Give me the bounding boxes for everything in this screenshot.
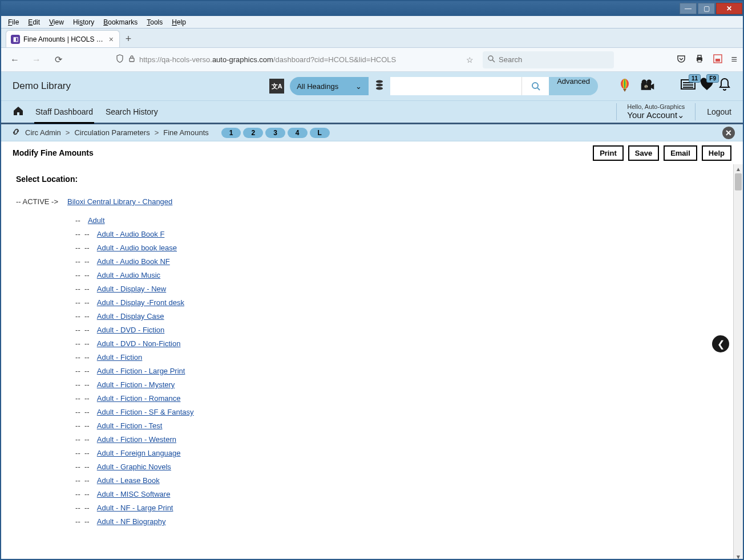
location-item-link[interactable]: Adult - Display - New <box>97 285 166 293</box>
tree-dashes: -- -- <box>75 380 94 389</box>
menu-file[interactable]: File <box>3 17 23 27</box>
security-ext-icon[interactable] <box>713 54 723 66</box>
balloon-icon[interactable] <box>617 78 632 95</box>
location-item-link[interactable]: Adult - DVD - Non-Fiction <box>97 339 181 348</box>
pager-4[interactable]: 4 <box>288 128 308 138</box>
location-item-link[interactable]: Adult - MISC Software <box>97 490 171 498</box>
print-icon[interactable] <box>694 54 705 66</box>
tab-search-history[interactable]: Search History <box>104 102 159 122</box>
svg-point-8 <box>376 80 383 83</box>
tab-staff-dashboard[interactable]: Staff Dashboard <box>34 102 94 122</box>
menu-history[interactable]: History <box>68 17 99 27</box>
location-item-row: -- -- Adult - Graphic Novels <box>75 462 194 471</box>
camera-reel-icon[interactable]: $ <box>640 78 655 95</box>
svg-point-17 <box>642 79 647 84</box>
close-panel-button[interactable]: ✕ <box>722 127 735 139</box>
catalog-search-input[interactable] <box>390 77 521 95</box>
menu-edit[interactable]: Edit <box>23 17 45 27</box>
translate-icon[interactable]: 文A <box>269 79 284 94</box>
browser-tab[interactable]: ◧ Fine Amounts | HCOLS | hcols | × <box>6 30 120 47</box>
menu-tools[interactable]: Tools <box>142 17 167 27</box>
scroll-down-arrow[interactable]: ▼ <box>734 552 743 560</box>
list-card-badge: 11 <box>689 74 701 83</box>
location-item-link[interactable]: Adult - Audio book lease <box>97 244 177 252</box>
back-button[interactable]: ← <box>7 52 23 68</box>
account-dropdown[interactable]: Hello, Auto-Graphics Your Account⌄ <box>616 103 696 120</box>
pager-2[interactable]: 2 <box>243 128 263 138</box>
browser-search-bar[interactable] <box>483 51 614 68</box>
tree-dashes: -- -- <box>75 435 94 444</box>
location-root-link[interactable]: Biloxi Central Library - Changed <box>67 197 194 206</box>
vertical-scrollbar[interactable]: ▲ ▼ <box>733 164 743 560</box>
location-item-link[interactable]: Adult - Foreign Language <box>97 449 181 457</box>
expand-side-button[interactable]: ❮ <box>712 335 729 352</box>
browser-search-input[interactable] <box>499 55 609 64</box>
location-item-link[interactable]: Adult - NF Biography <box>97 517 166 526</box>
favorites-button[interactable]: F9 <box>699 78 714 95</box>
location-item-link[interactable]: Adult - Fiction - Romance <box>97 394 181 403</box>
print-button[interactable]: Print <box>593 145 624 161</box>
tree-dashes: -- -- <box>75 490 94 498</box>
pager-1[interactable]: 1 <box>221 128 241 138</box>
tree-dashes: -- -- <box>75 449 94 457</box>
crumb-circ-params[interactable]: Circulation Parameters <box>74 128 149 137</box>
location-item-link[interactable]: Adult - Display -Front desk <box>97 298 184 307</box>
location-item-row: -- -- Adult - DVD - Non-Fiction <box>75 339 194 348</box>
location-item-link[interactable]: Adult - Fiction - Large Print <box>97 367 185 375</box>
menu-bookmarks[interactable]: Bookmarks <box>99 17 142 27</box>
home-icon[interactable] <box>13 105 24 119</box>
email-button[interactable]: Email <box>664 145 697 161</box>
location-item-link[interactable]: Adult - Audio Book NF <box>97 257 170 266</box>
location-item-link[interactable]: Adult - Fiction - Test <box>97 421 163 430</box>
window-minimize-button[interactable]: — <box>680 3 697 14</box>
location-item-row: -- -- Adult - Fiction - Romance <box>75 394 194 403</box>
list-card-button[interactable]: 11 <box>680 78 696 95</box>
location-item-link[interactable]: Adult - Fiction - Western <box>97 435 176 444</box>
location-item-link[interactable]: Adult - DVD - Fiction <box>97 326 164 334</box>
location-adult-link[interactable]: Adult <box>88 216 105 225</box>
pager-last[interactable]: L <box>310 128 330 138</box>
advanced-search-button[interactable]: Advanced <box>549 77 598 95</box>
tree-dashes: -- -- <box>75 517 94 526</box>
crumb-fine-amounts[interactable]: Fine Amounts <box>163 128 209 137</box>
bookmark-star-icon[interactable]: ☆ <box>466 55 474 64</box>
help-button[interactable]: Help <box>702 145 731 161</box>
pocket-icon[interactable] <box>676 54 686 66</box>
menu-view[interactable]: View <box>45 17 68 27</box>
svg-rect-4 <box>698 55 701 58</box>
breadcrumb-row: Circ Admin > Circulation Parameters > Fi… <box>1 124 743 141</box>
crumb-circ-admin[interactable]: Circ Admin <box>25 128 61 137</box>
search-category-dropdown[interactable]: All Headings ⌄ <box>290 77 369 95</box>
location-item-link[interactable]: Adult - Fiction - Mystery <box>97 380 175 389</box>
scroll-thumb[interactable] <box>735 173 742 190</box>
reload-button[interactable]: ⟳ <box>50 52 66 68</box>
location-item-link[interactable]: Adult - Graphic Novels <box>97 462 171 471</box>
forward-button[interactable]: → <box>29 52 45 68</box>
location-item-link[interactable]: Adult - Audio Music <box>97 271 160 279</box>
location-item-row: -- -- Adult - Audio Book F <box>75 230 194 238</box>
address-bar[interactable]: https://qa-hcols-verso.auto-graphics.com… <box>112 51 477 68</box>
tab-close-button[interactable]: × <box>108 35 115 44</box>
pager-3[interactable]: 3 <box>265 128 285 138</box>
menu-help[interactable]: Help <box>167 17 191 27</box>
browser-menu-button[interactable]: ≡ <box>731 54 737 66</box>
location-item-link[interactable]: Adult - NF - Large Print <box>97 504 173 512</box>
notifications-button[interactable] <box>718 77 731 95</box>
location-item-link[interactable]: Adult - Display Case <box>97 312 164 320</box>
scroll-up-arrow[interactable]: ▲ <box>734 164 743 173</box>
logout-link[interactable]: Logout <box>707 107 731 116</box>
location-item-link[interactable]: Adult - Fiction <box>97 353 142 362</box>
window-close-button[interactable]: ✕ <box>716 3 742 14</box>
dropdown-label: All Headings <box>297 82 338 91</box>
save-button[interactable]: Save <box>628 145 659 161</box>
database-icon[interactable] <box>369 79 390 93</box>
location-item-link[interactable]: Adult - Fiction - SF & Fantasy <box>97 408 194 416</box>
location-item-row: -- -- Adult - Fiction - Mystery <box>75 380 194 389</box>
new-tab-button[interactable]: + <box>120 30 137 47</box>
location-item-link[interactable]: Adult - Lease Book <box>97 476 160 485</box>
location-item-row: -- -- Adult - Fiction - SF & Fantasy <box>75 408 194 416</box>
catalog-search-button[interactable] <box>521 77 549 95</box>
location-item-link[interactable]: Adult - Audio Book F <box>97 230 165 238</box>
window-maximize-button[interactable]: ▢ <box>698 3 715 14</box>
location-item-row: -- -- Adult - Audio Music <box>75 271 194 279</box>
